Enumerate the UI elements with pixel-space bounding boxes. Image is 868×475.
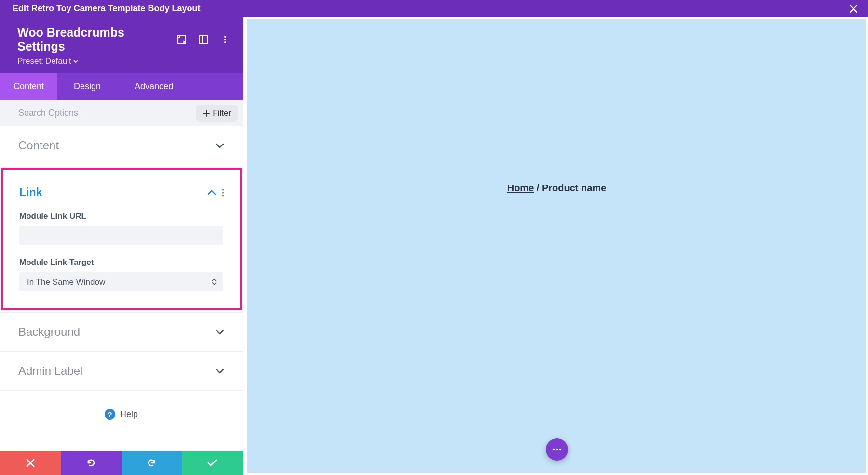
titlebar-title: Edit Retro Toy Camera Template Body Layo…: [13, 3, 200, 13]
search-input[interactable]: [0, 100, 192, 126]
ellipsis-icon: [552, 448, 562, 451]
svg-point-7: [222, 192, 224, 194]
field-module-link-target: Module Link Target In The Same Window: [19, 258, 223, 291]
svg-point-10: [556, 449, 557, 450]
preset-selector[interactable]: Preset: Default: [17, 56, 230, 66]
tabs: Content Design Advanced: [0, 73, 243, 100]
panel-layout-button[interactable]: [199, 34, 209, 45]
module-link-url-label: Module Link URL: [19, 211, 223, 221]
section-content-label: Content: [18, 139, 59, 152]
breadcrumb-home-link[interactable]: Home: [507, 183, 534, 193]
settings-sidebar: Woo Breadcrumbs Settings Preset: Default: [0, 17, 243, 475]
tab-advanced[interactable]: Advanced: [117, 73, 190, 100]
settings-title: Woo Breadcrumbs Settings: [17, 26, 165, 53]
section-background-label: Background: [18, 325, 80, 339]
field-module-link-url: Module Link URL: [19, 211, 223, 245]
chevron-up-icon: [207, 190, 216, 196]
more-vertical-icon: [222, 188, 224, 197]
check-icon: [207, 459, 217, 467]
redo-button[interactable]: [122, 451, 182, 475]
svg-point-11: [559, 449, 561, 450]
svg-point-8: [222, 195, 224, 197]
breadcrumb-current: Product name: [542, 183, 606, 193]
chevron-down-icon: [216, 329, 224, 335]
breadcrumb-separator: /: [534, 183, 542, 193]
expand-icon: [177, 35, 186, 44]
titlebar: Edit Retro Toy Camera Template Body Layo…: [0, 0, 868, 17]
preset-value: Default: [45, 56, 71, 66]
save-button[interactable]: [182, 451, 243, 475]
plus-icon: [203, 110, 210, 117]
section-admin-label-label: Admin Label: [18, 364, 82, 378]
section-content[interactable]: Content: [0, 126, 243, 165]
svg-point-4: [224, 39, 226, 40]
section-background[interactable]: Background: [0, 312, 243, 352]
section-link: Link Module Link URL: [1, 168, 242, 310]
undo-button[interactable]: [61, 451, 122, 475]
fab-button[interactable]: [546, 438, 568, 461]
close-icon: [26, 459, 35, 467]
svg-point-5: [224, 41, 226, 43]
settings-header: Woo Breadcrumbs Settings Preset: Default: [0, 17, 243, 73]
breadcrumb-preview: Home / Product name: [507, 183, 607, 194]
redo-icon: [146, 458, 157, 468]
svg-point-6: [222, 189, 224, 191]
section-link-header[interactable]: Link: [3, 170, 240, 208]
more-vertical-icon: [224, 35, 227, 44]
close-icon: [849, 4, 858, 13]
module-link-target-select[interactable]: In The Same Window: [19, 272, 223, 291]
more-button[interactable]: [220, 34, 230, 45]
svg-rect-1: [200, 36, 207, 43]
module-link-target-label: Module Link Target: [19, 258, 223, 267]
section-link-title: Link: [19, 186, 42, 199]
svg-point-9: [552, 449, 554, 450]
chevron-down-icon: [216, 143, 224, 148]
expand-button[interactable]: [177, 34, 187, 45]
filter-button[interactable]: Filter: [196, 105, 238, 122]
preset-prefix: Preset:: [17, 56, 43, 66]
chevron-down-icon: [216, 368, 224, 374]
section-link-more-button[interactable]: [222, 188, 224, 197]
preview-canvas: Home / Product name: [247, 19, 866, 473]
cancel-button[interactable]: [0, 451, 61, 475]
tab-design[interactable]: Design: [57, 73, 117, 100]
section-admin-label[interactable]: Admin Label: [0, 352, 243, 391]
tab-content[interactable]: Content: [0, 73, 57, 100]
module-link-url-input[interactable]: [19, 226, 223, 245]
footer-buttons: [0, 451, 243, 475]
help-label: Help: [120, 409, 138, 420]
preview-area: Home / Product name: [243, 17, 868, 475]
help-link[interactable]: ? Help: [0, 391, 243, 438]
undo-icon: [86, 458, 96, 468]
svg-point-3: [224, 36, 226, 38]
panel-layout-icon: [199, 35, 208, 44]
filter-label: Filter: [213, 108, 231, 118]
search-row: Filter: [0, 100, 243, 126]
close-button[interactable]: [849, 4, 858, 13]
caret-down-icon: [73, 59, 78, 63]
help-icon: ?: [105, 409, 115, 420]
